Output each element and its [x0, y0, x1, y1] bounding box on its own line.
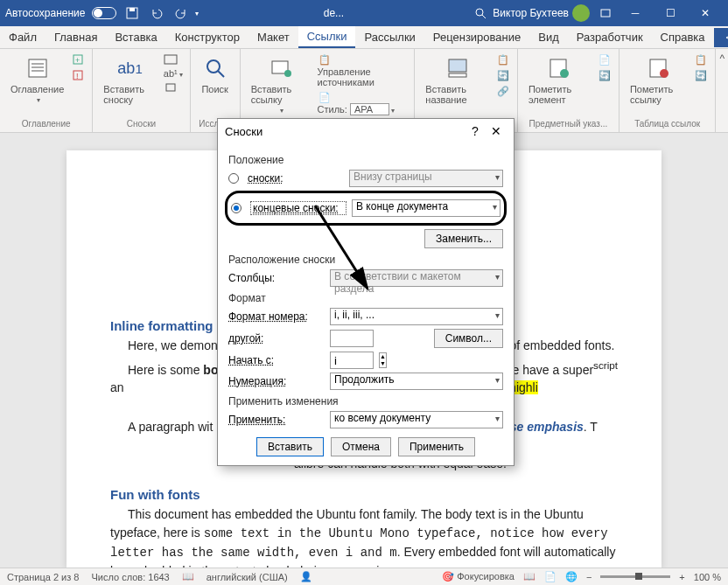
symbol-button[interactable]: Символ... [434, 329, 503, 348]
tab-design[interactable]: Конструктор [166, 27, 248, 47]
language-indicator[interactable]: английский (США) [206, 572, 288, 582]
statusbar: Страница 2 из 8 Число слов: 1643 📖 англи… [0, 568, 728, 585]
tab-mailings[interactable]: Рассылки [355, 27, 424, 47]
tab-help[interactable]: Справка [652, 27, 714, 47]
dialog-title: Сноски [225, 125, 262, 138]
zoom-out[interactable]: − [586, 572, 592, 582]
footnotes-dialog: Сноски ? ✕ Положение сноски: Внизу стран… [217, 118, 514, 466]
word-count[interactable]: Число слов: 1643 [91, 572, 169, 582]
insert-caption-button[interactable]: Вставить название [422, 52, 493, 107]
apply-button[interactable]: Применить [398, 437, 475, 456]
update-fig-icon[interactable]: 🔄 [496, 68, 510, 82]
window-options-icon[interactable] [597, 4, 614, 22]
group-footnotes: ab1Вставить сноску ab¹▾ Сноски [93, 49, 190, 132]
style-select[interactable]: 📄 Стиль: APA▾ [318, 90, 396, 115]
view-read-icon[interactable]: 📖 [523, 571, 536, 582]
tab-view[interactable]: Вид [529, 27, 568, 47]
tab-file[interactable]: Файл [0, 27, 46, 47]
sources-icon: 📋 [318, 52, 332, 66]
tab-review[interactable]: Рецензирование [424, 27, 529, 47]
svg-rect-4 [601, 10, 610, 17]
group-toa: Пометить ссылку 📋 🔄 Таблица ссылок [620, 49, 716, 132]
insert-button[interactable]: Вставить [256, 437, 324, 456]
view-web-icon[interactable]: 🌐 [565, 571, 578, 582]
highlighted-endnotes-row: концевые сноски: В конце документа [225, 191, 507, 226]
user-name[interactable]: Виктор Бухтеев [493, 7, 569, 19]
convert-button[interactable]: Заменить... [424, 229, 503, 248]
cancel-button[interactable]: Отмена [331, 437, 391, 456]
insert-footnote-button[interactable]: ab1Вставить сноску [100, 52, 159, 107]
zoom-level[interactable]: 100 % [694, 572, 721, 582]
filename: de... [199, 7, 468, 19]
columns-select[interactable]: В соответствии с макетом раздела [330, 269, 503, 287]
footnote-icon: ab1 [116, 54, 144, 82]
endnote-icon[interactable] [164, 52, 178, 66]
zoom-in[interactable]: + [679, 572, 684, 582]
maximize-button[interactable]: ☐ [653, 0, 688, 26]
accessibility-icon[interactable]: 👤 [300, 571, 312, 582]
number-format-select[interactable]: i, ii, iii, ... [330, 308, 503, 325]
insert-index-icon[interactable]: 📄 [598, 52, 612, 66]
dialog-titlebar: Сноски ? ✕ [218, 119, 514, 143]
update-toa-icon[interactable]: 🔄 [694, 68, 708, 82]
minimize-button[interactable]: ─ [618, 0, 653, 26]
show-notes-icon[interactable] [164, 80, 178, 94]
svg-rect-13 [164, 55, 177, 64]
custom-mark-input[interactable] [330, 330, 374, 347]
footnotes-location-select[interactable]: Внизу страницы [349, 170, 503, 187]
start-at-input[interactable] [330, 352, 374, 369]
radio-footnotes[interactable] [228, 173, 239, 184]
update-toc-icon[interactable]: ! [71, 68, 85, 82]
view-print-icon[interactable]: 📄 [544, 571, 556, 582]
dialog-close-button[interactable]: ✕ [486, 121, 507, 142]
toc-button[interactable]: Оглавление▾ [7, 52, 67, 106]
share-button[interactable]: Поделиться [714, 28, 728, 47]
radio-endnotes[interactable] [231, 203, 242, 213]
svg-point-18 [284, 70, 291, 77]
spellcheck-icon[interactable]: 📖 [182, 571, 194, 582]
manage-sources[interactable]: 📋 Управление источниками [318, 52, 408, 87]
autosave-toggle[interactable]: Автосохранение [5, 7, 120, 19]
svg-rect-20 [449, 73, 466, 77]
section-layout: Расположение сноски [228, 254, 503, 266]
style-icon: 📄 [318, 90, 332, 104]
search-big-icon [201, 54, 229, 82]
tab-home[interactable]: Главная [46, 27, 106, 47]
page-indicator[interactable]: Страница 2 из 8 [7, 572, 79, 582]
search-icon[interactable] [472, 4, 489, 22]
section-apply: Применить изменения [228, 395, 503, 407]
search-button[interactable]: Поиск [198, 52, 233, 96]
tab-layout[interactable]: Макет [248, 27, 298, 47]
next-footnote[interactable]: ab¹▾ [164, 68, 183, 79]
index-icon [545, 54, 573, 82]
mark-citation-button[interactable]: Пометить ссылку [626, 52, 690, 107]
save-icon[interactable] [123, 4, 141, 22]
svg-point-15 [207, 60, 220, 73]
dialog-help-button[interactable]: ? [465, 121, 486, 142]
zoom-slider[interactable] [600, 575, 670, 578]
apply-scope-select[interactable]: ко всему документу [330, 411, 503, 428]
fig-list-icon[interactable]: 📋 [496, 52, 510, 66]
mark-entry-button[interactable]: Пометить элемент [525, 52, 594, 107]
endnotes-location-select[interactable]: В конце документа [352, 199, 500, 217]
svg-text:!: ! [76, 72, 79, 80]
insert-toa-icon[interactable]: 📋 [694, 52, 708, 66]
svg-point-2 [476, 9, 483, 16]
tab-references[interactable]: Ссылки [298, 26, 356, 48]
add-text-icon[interactable]: + [71, 52, 85, 66]
undo-icon[interactable] [148, 4, 165, 22]
crossref-icon[interactable]: 🔗 [496, 84, 510, 98]
tab-developer[interactable]: Разработчик [568, 27, 652, 47]
group-toc: Оглавление▾ + ! Оглавление [0, 49, 93, 132]
close-button[interactable]: ✕ [688, 0, 723, 26]
user-avatar[interactable] [572, 4, 590, 22]
numbering-select[interactable]: Продолжить [330, 373, 503, 390]
spinner[interactable]: ▲▼ [379, 352, 387, 368]
redo-icon[interactable] [172, 4, 190, 22]
heading-fonts: Fun with fonts [110, 485, 618, 505]
update-index-icon[interactable]: 🔄 [598, 68, 612, 82]
tab-insert[interactable]: Вставка [106, 27, 165, 47]
focus-mode[interactable]: 🎯 Фокусировка [442, 571, 514, 582]
titlebar: Автосохранение ▾ de... Виктор Бухтеев ─ … [0, 0, 728, 26]
collapse-ribbon-icon[interactable]: ^ [716, 49, 728, 132]
